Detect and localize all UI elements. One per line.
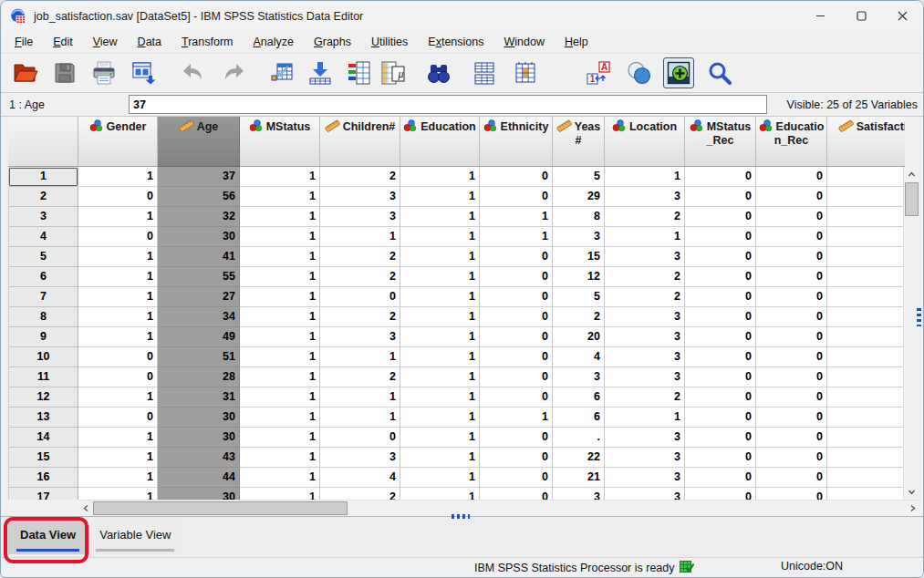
cell[interactable]: 0 [685, 428, 756, 448]
cell[interactable]: 1 [400, 187, 480, 207]
cell[interactable]: 3 [605, 428, 685, 448]
find-icon[interactable] [423, 57, 454, 88]
cell[interactable]: 1 [240, 428, 320, 448]
cell[interactable]: 0 [756, 387, 827, 408]
maximize-button[interactable] [841, 1, 882, 31]
cell[interactable]: 2 [553, 307, 605, 327]
menu-transform[interactable]: Transform [171, 33, 244, 51]
horizontal-scrollbar[interactable] [78, 500, 920, 516]
cell[interactable]: 3 [605, 347, 685, 367]
cell[interactable]: 0 [480, 468, 553, 488]
cell[interactable] [827, 327, 905, 347]
column-header-education_rec[interactable]: Education_Rec [756, 117, 827, 167]
cell[interactable]: 1 [78, 247, 158, 267]
save-icon[interactable] [49, 57, 80, 88]
cell[interactable]: 1 [240, 488, 320, 500]
column-header-education[interactable]: Education [400, 117, 480, 167]
cell[interactable]: 0 [756, 468, 827, 488]
minimize-button[interactable] [800, 1, 841, 31]
value-labels-icon[interactable]: A1 [583, 57, 614, 88]
cell[interactable] [827, 227, 905, 247]
undo-icon[interactable] [177, 57, 208, 88]
cell[interactable]: 6 [553, 387, 605, 408]
search-icon[interactable] [704, 57, 735, 88]
cell[interactable]: 0 [480, 488, 553, 500]
row-header-4[interactable]: 4 [8, 227, 78, 247]
cell[interactable]: 29 [553, 187, 605, 207]
row-header-10[interactable]: 10 [8, 347, 78, 367]
cell[interactable]: 2 [320, 488, 400, 500]
cell[interactable]: 3 [553, 227, 605, 247]
cell[interactable]: 2 [320, 167, 400, 187]
cell[interactable]: 2 [605, 207, 685, 227]
cell[interactable]: 1 [400, 428, 480, 448]
cell[interactable]: 0 [480, 428, 553, 448]
cell[interactable] [827, 428, 905, 448]
cell[interactable]: 1 [400, 267, 480, 287]
cell[interactable]: 1 [240, 468, 320, 488]
cell[interactable]: 0 [756, 207, 827, 227]
cell[interactable]: 27 [158, 287, 240, 307]
cell[interactable]: 0 [480, 347, 553, 367]
split-file-icon[interactable] [469, 57, 500, 88]
cell[interactable]: 1 [400, 307, 480, 327]
row-header-8[interactable]: 8 [8, 307, 78, 327]
cell[interactable]: 1 [240, 187, 320, 207]
cell[interactable]: 0 [320, 428, 400, 448]
scroll-down-button[interactable] [904, 484, 919, 500]
cell[interactable]: 1 [605, 227, 685, 247]
cell[interactable] [827, 167, 905, 187]
cell[interactable]: 0 [685, 227, 756, 247]
row-header-7[interactable]: 7 [8, 287, 78, 307]
cell[interactable]: 2 [320, 247, 400, 267]
cell[interactable]: 3 [605, 367, 685, 387]
cell[interactable]: 0 [685, 167, 756, 187]
cell[interactable]: 0 [756, 167, 827, 187]
redo-icon[interactable] [219, 57, 250, 88]
cell[interactable]: 0 [756, 307, 827, 327]
cell[interactable]: 0 [480, 307, 553, 327]
cell[interactable]: 3 [605, 307, 685, 327]
cell[interactable]: 0 [685, 408, 756, 428]
cell[interactable]: 1 [400, 347, 480, 367]
cell[interactable]: 3 [605, 247, 685, 267]
row-header-16[interactable]: 16 [8, 468, 78, 488]
cell[interactable]: 0 [78, 347, 158, 367]
cell[interactable]: 1 [240, 387, 320, 408]
cell[interactable] [827, 488, 905, 500]
cell[interactable]: 0 [685, 207, 756, 227]
open-data-icon[interactable] [10, 57, 41, 88]
cell[interactable]: 0 [756, 267, 827, 287]
cell[interactable]: 1 [240, 267, 320, 287]
column-header-location[interactable]: Location [605, 117, 685, 167]
cell[interactable]: 0 [756, 408, 827, 428]
cell[interactable]: 37 [158, 167, 240, 187]
cell[interactable] [827, 207, 905, 227]
cell[interactable]: 1 [78, 287, 158, 307]
cell[interactable]: 1 [320, 347, 400, 367]
cell[interactable]: 1 [240, 167, 320, 187]
cell[interactable]: 3 [320, 187, 400, 207]
column-header-yeas#[interactable]: Yeas# [553, 117, 605, 167]
menu-graphs[interactable]: Graphs [304, 33, 361, 51]
cell[interactable]: 44 [158, 468, 240, 488]
column-header-age[interactable]: Age [158, 117, 240, 167]
cell[interactable]: 3 [605, 448, 685, 468]
cell[interactable]: 0 [685, 347, 756, 367]
cell[interactable]: 3 [605, 187, 685, 207]
cell[interactable]: 0 [756, 327, 827, 347]
cell[interactable]: 0 [320, 287, 400, 307]
cell[interactable]: 30 [158, 488, 240, 500]
cell[interactable] [827, 367, 905, 387]
cell[interactable]: 0 [78, 227, 158, 247]
cell[interactable]: 1 [320, 408, 400, 428]
cell[interactable]: 2 [605, 267, 685, 287]
cell[interactable]: 0 [756, 247, 827, 267]
cell[interactable]: 1 [320, 227, 400, 247]
row-header-14[interactable]: 14 [8, 428, 78, 448]
cell[interactable]: 1 [400, 227, 480, 247]
cell[interactable]: 8 [553, 207, 605, 227]
cell[interactable]: 34 [158, 307, 240, 327]
cell[interactable]: 0 [685, 488, 756, 500]
cell[interactable]: 0 [756, 287, 827, 307]
